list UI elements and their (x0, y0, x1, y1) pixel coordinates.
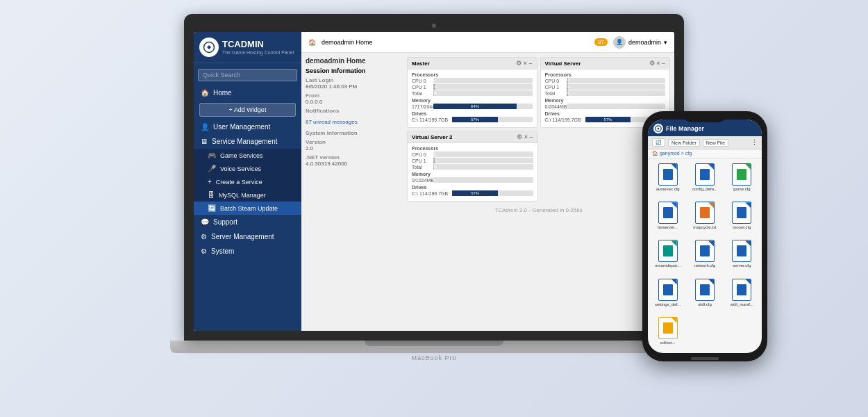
vs2-cpu1-bar: 2% (433, 158, 533, 163)
file-name: server.cfg (733, 263, 751, 268)
search-input[interactable] (198, 69, 297, 81)
file-icon[interactable] (695, 202, 715, 224)
file-icon[interactable] (658, 240, 678, 262)
user-menu[interactable]: 👤 demoadmin ▾ (613, 36, 667, 49)
phone-bezel: File Manager 🔄 New Folder New File ⋮ 🏠 g… (642, 111, 767, 361)
sidebar-item-home[interactable]: 🏠 Home (194, 85, 301, 100)
folder-icon[interactable] (658, 317, 678, 339)
phone-container: File Manager 🔄 New Folder New File ⋮ 🏠 g… (628, 111, 781, 389)
sidebar-item-create-service[interactable]: + Create a Service (194, 175, 301, 188)
add-widget-button[interactable]: + Add Widget (199, 103, 296, 117)
steam-icon: 🔄 (208, 204, 216, 212)
support-label: Support (213, 218, 237, 226)
voice-icon: 🎤 (208, 165, 216, 172)
vs-memory-label: Memory (545, 98, 666, 103)
list-item: config_defa... (687, 161, 721, 197)
vs-cpu1-row: CPU 1 2% (545, 84, 666, 90)
vs2-drives: Drives C:\ 114/199.7GB 57% (412, 185, 533, 196)
vs-total-row: Total 2% (545, 90, 666, 96)
vs2-title: Virtual Server 2 (412, 134, 453, 140)
file-icon[interactable] (732, 240, 751, 262)
cfg-icon (737, 169, 746, 180)
file-name: config_defa... (692, 187, 717, 191)
file-name: skill.cfg (698, 302, 712, 306)
system-icon: ⚙ (201, 247, 207, 255)
list-item: mount.cfg (725, 199, 759, 235)
user-mgmt-label: User Management (213, 123, 270, 131)
sidebar-item-support[interactable]: 💬 Support (194, 215, 301, 229)
vs-cpu0-name: CPU 0 (545, 79, 565, 83)
create-service-label: Create a Service (216, 179, 262, 186)
system-info-label: System Information (306, 130, 403, 136)
file-name: settings_def... (655, 302, 681, 306)
vs-drive-fill: 57% (585, 117, 631, 122)
vs2-memory: Memory 0/1024MB 0% (412, 172, 533, 183)
fm-more-icon[interactable]: ⋮ (751, 139, 758, 146)
file-name: mountdepot... (655, 263, 681, 268)
file-icon[interactable] (695, 240, 715, 262)
mysql-icon: 🗄 (208, 191, 215, 199)
fm-refresh-button[interactable]: 🔄 (652, 138, 665, 147)
file-icon[interactable] (658, 279, 678, 301)
sidebar-item-mysql-manager[interactable]: 🗄 MySQL Manager (194, 188, 301, 202)
vs2-controls[interactable]: ⚙ × – (517, 133, 533, 140)
file-icon[interactable] (658, 202, 678, 224)
master-header: Master ⚙ × – (408, 58, 537, 70)
session-title: Session Information (306, 67, 403, 74)
file-icon[interactable] (695, 163, 715, 186)
support-icon: 💬 (201, 218, 209, 226)
fm-new-folder-button[interactable]: New Folder (668, 139, 700, 147)
vs-controls[interactable]: ⚙ × – (649, 60, 665, 67)
vs2-drive-bar: 57% (452, 190, 533, 196)
master-controls[interactable]: ⚙ × – (516, 60, 532, 67)
file-icon[interactable] (732, 279, 751, 301)
last-login-value: 8/6/2020 1:46:03 PM (306, 83, 403, 90)
master-memory: Memory 1717/2044MB 84% (412, 98, 533, 109)
version-label: Version (306, 139, 403, 145)
list-item: skill.cfg (687, 277, 721, 312)
master-cpu1-row: CPU 1 2% (412, 84, 533, 90)
phone-screen: File Manager 🔄 New Folder New File ⋮ 🏠 g… (648, 120, 762, 353)
game-icon: 🎮 (208, 152, 216, 159)
sidebar-search-container (198, 67, 297, 81)
notification-badge[interactable]: 87 (594, 38, 608, 46)
cfg-icon (663, 322, 673, 334)
cfg-icon (663, 245, 673, 256)
phone-home-button[interactable] (691, 357, 719, 360)
vs-processors: Processors CPU 0 2% (545, 72, 666, 96)
sidebar-item-user-management[interactable]: 👤 User Management (194, 120, 301, 134)
drive-info: C:\ 114/199.7GB (412, 117, 450, 122)
vs2-processors-label: Processors (412, 146, 533, 151)
sidebar-item-batch-steam-update[interactable]: 🔄 Batch Steam Update (194, 202, 301, 215)
list-item: mapcycle.txt (687, 199, 721, 235)
sidebar-item-server-management[interactable]: ⚙ Server Management (194, 229, 301, 244)
cfg-icon (663, 284, 673, 295)
list-item: autoexec.cfg (651, 161, 685, 197)
mem-fill: 84% (433, 104, 517, 109)
fm-title: File Manager (666, 125, 704, 132)
sidebar-item-voice-services[interactable]: 🎤 Voice Services (194, 162, 301, 175)
file-icon[interactable] (732, 163, 751, 186)
master-processors: Processors CPU 0 0% (412, 72, 533, 96)
fm-new-file-button[interactable]: New File (703, 139, 728, 147)
file-icon[interactable] (658, 163, 678, 186)
sub-menu-services: 🎮 Game Services 🎤 Voice Services + Creat… (194, 149, 301, 215)
vs-memory: Memory 0/2044MB 0% (545, 98, 666, 109)
notifications-label: Notifications (306, 108, 403, 114)
sidebar-item-service-management[interactable]: 🖥 Service Management (194, 134, 301, 149)
logo-text: TCADMIN (222, 40, 294, 49)
sidebar-item-system[interactable]: ⚙ System (194, 244, 301, 259)
net-label: .NET version (306, 154, 403, 161)
server-mgmt-icon: ⚙ (201, 233, 207, 240)
file-icon[interactable] (732, 202, 751, 224)
server-card-master: Master ⚙ × – Processors CPU 0 (407, 57, 537, 128)
master-mem-row: 1717/2044MB 84% (412, 104, 533, 109)
master-drives: Drives C:\ 114/199.7GB 57% (412, 111, 533, 122)
vs2-cpu1-name: CPU 1 (412, 158, 431, 163)
vs2-drive-info: C:\ 114/199.7GB (412, 191, 450, 196)
file-icon[interactable] (695, 279, 715, 301)
unread-messages-link[interactable]: 87 unread messages (306, 119, 358, 125)
sidebar-item-game-services[interactable]: 🎮 Game Services (194, 149, 301, 162)
vs-cpu1-name: CPU 1 (545, 85, 565, 90)
net-version-value: 4.0.30319.42000 (306, 161, 403, 167)
